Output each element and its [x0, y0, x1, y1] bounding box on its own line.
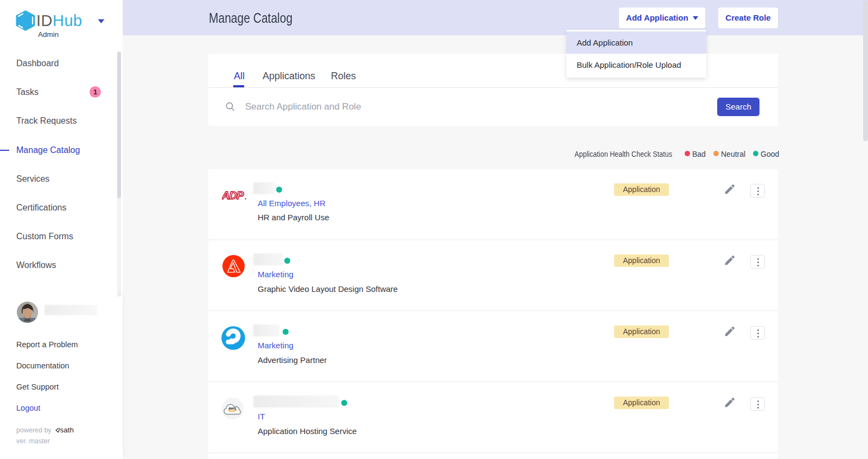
svg-text:aws: aws	[228, 406, 236, 411]
svg-text:ADP: ADP	[222, 189, 244, 201]
